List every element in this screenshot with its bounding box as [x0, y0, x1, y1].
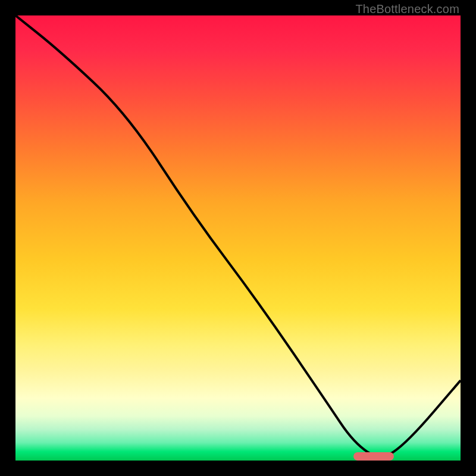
optimal-range-marker: [353, 452, 393, 461]
bottleneck-curve-path: [15, 15, 461, 456]
attribution-text: TheBottleneck.com: [355, 2, 459, 16]
bottleneck-chart: TheBottleneck.com: [0, 0, 476, 476]
plot-area: [15, 15, 461, 461]
curve-layer: [15, 15, 461, 461]
